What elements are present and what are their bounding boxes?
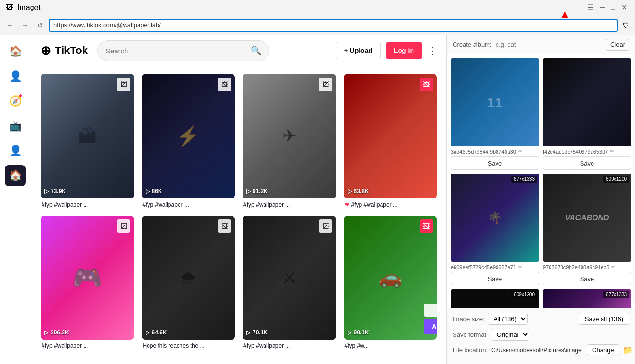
save-image-button-3[interactable]: Save — [451, 272, 539, 285]
search-bar: 🔍 — [97, 40, 269, 61]
file-location-label: File location: — [453, 346, 487, 354]
create-album-label: Create album: — [453, 41, 492, 48]
save-icon-6[interactable]: 🖼 — [218, 219, 231, 233]
image-card-2: f42c4ad1dc7540679a653d7 ✏ Save — [543, 58, 631, 170]
get-app-button[interactable]: Get app — [424, 304, 437, 317]
video-card-4[interactable]: 🖼 63.8K ❤ #fyp #wallpaper ... — [344, 74, 437, 208]
format-select[interactable]: Original — [492, 329, 529, 341]
image-card-4: VAGABOND 609x1200 9702670c9b2e490a9c91eb… — [543, 174, 631, 285]
maximize-icon[interactable]: □ — [609, 3, 617, 12]
title-bar: 🖼 Imaget ☰ ─ □ ✕ — [0, 0, 635, 15]
video-caption-5: #fyp #wallpaper ... — [41, 343, 134, 349]
main-area: 🏠 👤 🧭 📺 👤 🏠 ⊕ TikTok 🔍 + Upload Log in ⋮ — [0, 35, 635, 364]
save-icon-8[interactable]: 🖼 — [420, 219, 433, 233]
login-button[interactable]: Log in — [386, 42, 422, 59]
tiktok-logo-text: TikTok — [55, 44, 88, 57]
overlay-area: Get app Auto Scroll — [424, 304, 437, 334]
save-image-button-2[interactable]: Save — [543, 156, 631, 170]
save-all-button[interactable]: Save all (136) — [579, 313, 629, 325]
image-thumb-6: 677x1333 — [543, 289, 631, 308]
extension-icon[interactable]: 🛡 — [621, 20, 631, 31]
edit-icon-2[interactable]: ✏ — [610, 148, 614, 155]
save-image-button-4[interactable]: Save — [543, 272, 631, 285]
video-card-5[interactable]: 🎮 🖼 206.2K #fyp #wallpaper ... — [41, 216, 134, 350]
edit-icon-3[interactable]: ✏ — [518, 264, 522, 270]
save-icon-4[interactable]: 🖼 — [420, 78, 433, 91]
video-card-2[interactable]: ⚡ 🖼 86K #fyp #wallpaper ... — [142, 74, 235, 208]
save-format-row: Save format: Original — [453, 329, 629, 341]
video-caption-6: Hope this reaches the ... — [142, 343, 235, 349]
upload-button[interactable]: + Upload — [336, 42, 381, 59]
video-grid: 🏔 🖼 73.9K #fyp #wallpaper ... ⚡ 🖼 — [31, 66, 446, 364]
edit-icon-1[interactable]: ✏ — [518, 148, 522, 155]
heart-icon-4: ❤ — [345, 201, 349, 208]
image-filename-4: 9702670c9b2e490a9c91eb5 ✏ — [543, 264, 631, 270]
save-icon-1[interactable]: 🖼 — [117, 78, 130, 91]
tiktok-logo[interactable]: ⊕ TikTok — [41, 43, 88, 58]
image-size-select[interactable]: All (136) — [488, 313, 528, 325]
image-size-badge-6: 677x1333 — [603, 291, 629, 298]
image-card-1: 11 3ad46c5d79844f9b874ffa30 ✏ Save — [451, 58, 539, 170]
image-thumb-2 — [543, 58, 631, 146]
image-size-badge-5: 609x1200 — [511, 291, 537, 298]
sidebar-item-explore[interactable]: 🧭 — [5, 91, 26, 112]
more-button[interactable]: ⋮ — [427, 45, 437, 56]
minimize-icon[interactable]: ─ — [598, 3, 607, 12]
save-icon-5[interactable]: 🖼 — [117, 219, 130, 233]
bottom-panel: Image size: All (136) Save all (136) Sav… — [447, 308, 635, 364]
create-album-bar: Create album: Clear — [447, 35, 635, 54]
change-button[interactable]: Change — [587, 344, 619, 355]
video-caption-7: #fyp #wallpaper ... — [243, 343, 336, 349]
album-input[interactable] — [496, 41, 602, 48]
tiktok-logo-icon: ⊕ — [41, 43, 51, 58]
video-caption-1: #fyp #wallpaper ... — [41, 201, 134, 208]
video-card-1[interactable]: 🏔 🖼 73.9K #fyp #wallpaper ... — [41, 74, 134, 208]
close-icon[interactable]: ✕ — [619, 3, 629, 12]
image-thumb-1: 11 — [451, 58, 539, 146]
video-stats-1: 73.9K — [44, 188, 66, 195]
sidebar-item-friends[interactable]: 👤 — [5, 66, 26, 87]
image-size-row: Image size: All (136) Save all (136) — [453, 313, 629, 325]
image-card-3: 🌴 677x1333 e609eef5729c45e99657e71 ✏ Sav… — [451, 174, 539, 285]
video-caption-2: #fyp #wallpaper ... — [142, 201, 235, 208]
folder-icon[interactable]: 📁 — [623, 345, 633, 354]
video-card-3[interactable]: ✈ 🖼 91.2K #fyp #wallpaper ... — [243, 74, 336, 208]
forward-button[interactable]: → — [19, 20, 32, 31]
video-card-6[interactable]: 🌧 🖼 64.6K Hope this reaches the ... — [142, 216, 235, 350]
browser-chrome: ← → ↺ ▲ 🛡 — [0, 15, 635, 35]
hamburger-icon[interactable]: ☰ — [585, 3, 596, 12]
window-controls[interactable]: ☰ ─ □ ✕ — [585, 3, 629, 12]
video-caption-3: #fyp #wallpaper ... — [243, 201, 336, 208]
search-button[interactable]: 🔍 — [251, 45, 261, 56]
back-button[interactable]: ← — [4, 20, 16, 31]
video-stats-7: 70.1K — [246, 329, 268, 336]
image-filename-2: f42c4ad1dc7540679a653d7 ✏ — [543, 148, 631, 155]
image-card-5: 609x1200 — [451, 289, 539, 308]
image-thumb-3: 🌴 677x1333 — [451, 174, 539, 262]
address-input[interactable] — [49, 19, 618, 32]
clear-button[interactable]: Clear — [606, 39, 629, 51]
video-stats-2: 86K — [146, 188, 162, 195]
tiktok-header: ⊕ TikTok 🔍 + Upload Log in ⋮ — [31, 35, 446, 66]
image-size-label: Image size: — [453, 315, 484, 322]
video-stats-4: 63.8K — [348, 188, 369, 195]
auto-scroll-button[interactable]: Auto Scroll — [424, 319, 437, 334]
save-icon-2[interactable]: 🖼 — [218, 78, 231, 91]
image-thumb-4: VAGABOND 609x1200 — [543, 174, 631, 262]
save-image-button-1[interactable]: Save — [451, 156, 539, 170]
save-icon-7[interactable]: 🖼 — [319, 219, 332, 233]
video-card-8[interactable]: 🚗 🖼 90.1K #fyp #w... Get app Auto Scroll… — [344, 216, 437, 350]
header-actions: + Upload Log in ⋮ — [336, 42, 437, 59]
reload-button[interactable]: ↺ — [34, 20, 46, 31]
sidebar-item-library[interactable]: 🏠 — [5, 165, 26, 186]
sidebar-item-profile[interactable]: 👤 — [5, 140, 26, 161]
sidebar-item-live[interactable]: 📺 — [5, 115, 26, 136]
search-input[interactable] — [106, 47, 247, 55]
sidebar-item-home[interactable]: 🏠 — [5, 41, 26, 62]
save-icon-3[interactable]: 🖼 — [319, 78, 332, 91]
video-caption-4: ❤ #fyp #wallpaper ... — [344, 201, 437, 208]
video-card-7[interactable]: ⚔ 🖼 70.1K #fyp #wallpaper ... — [243, 216, 336, 350]
edit-icon-4[interactable]: ✏ — [611, 264, 615, 270]
images-grid: 11 3ad46c5d79844f9b874ffa30 ✏ Save f42c4… — [447, 54, 635, 308]
video-stats-3: 91.2K — [246, 188, 268, 195]
